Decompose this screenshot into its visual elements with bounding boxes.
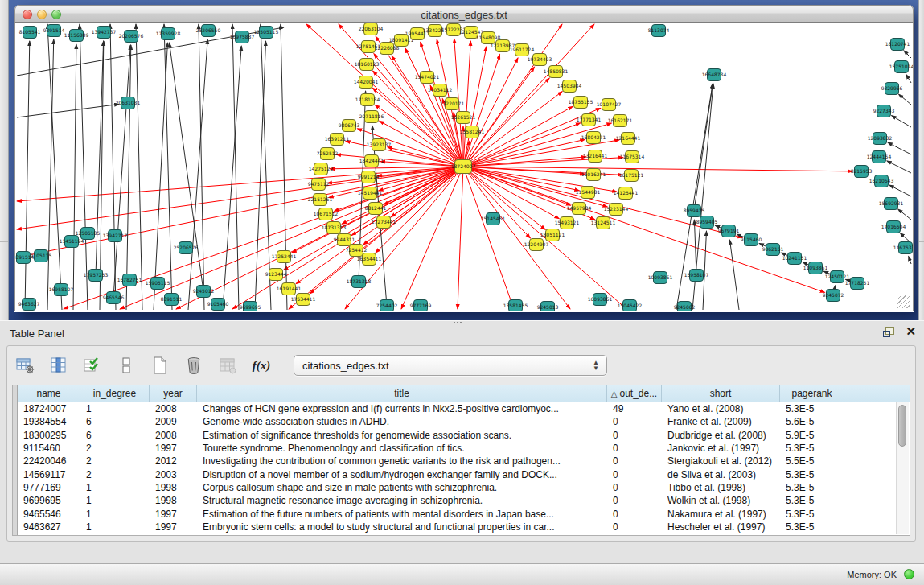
table-cell[interactable]: 0	[607, 430, 662, 441]
column-header-title[interactable]: title	[197, 385, 607, 402]
table-cell[interactable]: Jankovic et al. (1997)	[662, 443, 780, 454]
network-canvas[interactable]: 1872400722063104127514611816012314420041…	[14, 23, 914, 311]
network-node[interactable]: 16162171	[608, 115, 633, 127]
table-cell[interactable]: 6	[80, 416, 150, 427]
table-cell[interactable]: Estimation of significance thresholds fo…	[197, 430, 607, 441]
table-row[interactable]: 911546021997Tourette syndrome. Phenomeno…	[18, 442, 910, 455]
scrollbar-thumb[interactable]	[898, 405, 906, 447]
table-cell[interactable]: 5.6E-5	[780, 416, 844, 427]
table-cell[interactable]: de Silva et al. (2003)	[662, 469, 780, 480]
table-row[interactable]: 946554611997Estimation of the future num…	[18, 507, 910, 520]
network-node[interactable]: 9463627	[18, 299, 40, 311]
table-cell[interactable]: 9463627	[18, 521, 80, 533]
table-cell[interactable]: 5.3E-5	[780, 443, 844, 454]
network-node[interactable]: 11156889	[64, 30, 89, 42]
table-cell[interactable]: Genome-wide association studies in ADHD.	[197, 416, 607, 427]
column-header-out_de[interactable]: △out_de...	[607, 385, 662, 402]
table-cell[interactable]: 0	[607, 416, 662, 427]
column-header-year[interactable]: year	[150, 385, 197, 402]
network-node[interactable]: 9391514	[43, 25, 65, 37]
table-cell[interactable]: 18300295	[18, 430, 80, 441]
network-node[interactable]: 8113074	[648, 25, 670, 37]
network-node[interactable]: 10107427	[597, 99, 622, 111]
network-node[interactable]: 9245062	[674, 302, 696, 311]
network-node[interactable]: 11675314	[620, 151, 645, 163]
new-table-button[interactable]	[147, 352, 173, 378]
table-row[interactable]: 1872400712008Changes of HCN gene express…	[18, 402, 910, 415]
table-row[interactable]: 1830029562008Estimation of significance …	[18, 429, 910, 442]
column-header-in_degree[interactable]: in_degree	[80, 385, 150, 402]
network-node[interactable]: 8105541	[19, 27, 41, 39]
network-node[interactable]: 10975887	[230, 31, 255, 43]
network-node[interactable]: 15223144	[604, 204, 629, 216]
network-node[interactable]: 9777169	[410, 300, 432, 311]
network-node[interactable]: 18755155	[569, 97, 593, 109]
function-builder-button[interactable]: f(x)	[248, 352, 274, 378]
table-cell[interactable]: 0	[607, 495, 662, 506]
network-node[interactable]: 16648784	[702, 69, 727, 81]
network-node[interactable]: 9105460	[207, 299, 229, 311]
network-node[interactable]: 20206576	[119, 31, 144, 43]
network-nodes[interactable]: 1872400722063104127514611816012314420041…	[15, 23, 913, 311]
network-node[interactable]: 16175121	[619, 170, 644, 182]
network-node[interactable]: 25206576	[174, 242, 199, 254]
network-node[interactable]: 17771341	[577, 114, 602, 126]
table-cell[interactable]: Corpus callosum shape and size in male p…	[197, 482, 607, 493]
network-node[interactable]: 15751074	[889, 61, 913, 73]
network-node[interactable]: 14503984	[557, 80, 582, 93]
network-node[interactable]: 15692931	[879, 198, 904, 210]
network-node[interactable]: 18731318	[347, 276, 372, 288]
network-node[interactable]: 17016504	[881, 221, 906, 233]
network-node[interactable]: 16191441	[277, 283, 302, 295]
network-window-titlebar[interactable]: citations_edges.txt	[14, 5, 914, 23]
table-cell[interactable]: 1997	[150, 509, 197, 520]
table-cell[interactable]: 9115460	[18, 443, 80, 454]
table-settings-button[interactable]	[12, 352, 38, 378]
table-cell[interactable]: 0	[607, 443, 662, 454]
column-header-name[interactable]: name	[18, 385, 80, 402]
network-node[interactable]: 7254402	[376, 300, 398, 311]
network-node[interactable]: 13923137	[367, 139, 392, 151]
network-node[interactable]: 13942737	[92, 27, 117, 39]
network-node[interactable]: 15145451	[481, 213, 506, 225]
network-node[interactable]: 10093861	[648, 272, 673, 284]
table-cell[interactable]: Embryonic stem cells: a model to study s…	[197, 521, 607, 533]
network-node[interactable]: 9245013	[537, 302, 559, 311]
table-cell[interactable]: 1998	[150, 482, 197, 493]
network-node[interactable]: 9245072	[823, 290, 844, 302]
network-window[interactable]: citations_edges.txt 18724007220631041275…	[14, 5, 914, 312]
network-node[interactable]: 18120741	[885, 39, 910, 51]
table-cell[interactable]: 9777169	[18, 482, 80, 493]
network-node[interactable]: 7252512	[317, 148, 339, 160]
table-row[interactable]: 946362711997Embryonic stem cells: a mode…	[18, 521, 910, 534]
table-cell[interactable]: 0	[607, 509, 662, 520]
network-node[interactable]: 14125441	[614, 187, 639, 200]
table-cell[interactable]: 5.3E-5	[780, 482, 844, 493]
table-vertical-scrollbar[interactable]	[896, 402, 909, 534]
select-rows-button[interactable]	[80, 352, 105, 378]
table-cell[interactable]: 19384554	[18, 416, 80, 427]
table-cell[interactable]: 1	[80, 482, 150, 493]
table-cell[interactable]: Structural magnetic resonance image aver…	[197, 495, 607, 506]
table-cell[interactable]: 1997	[150, 443, 197, 454]
network-node[interactable]: 9806743	[339, 120, 360, 132]
network-node[interactable]: 12164441	[616, 133, 641, 145]
table-cell[interactable]: 2012	[150, 455, 197, 467]
table-cell[interactable]: 2	[80, 469, 150, 480]
network-node[interactable]: 12505115	[254, 27, 279, 39]
network-node[interactable]: 16093861	[588, 294, 613, 306]
network-node[interactable]: 20711816	[359, 111, 384, 123]
window-resize-grip[interactable]	[897, 295, 910, 308]
table-cell[interactable]: 1	[80, 495, 150, 506]
table-cell[interactable]: Tourette syndrome. Phenomenology and cla…	[197, 443, 607, 454]
network-node[interactable]: 15045422	[618, 300, 643, 311]
network-node[interactable]: 17534411	[291, 294, 316, 306]
network-node[interactable]: 9329966	[881, 83, 903, 95]
table-cell[interactable]: 0	[607, 469, 662, 480]
row-height-button[interactable]	[113, 352, 139, 378]
table-cell[interactable]: 14569117	[18, 469, 80, 480]
table-cell[interactable]: Wolkin et al. (1998)	[662, 495, 780, 506]
network-node[interactable]: 18051121	[540, 229, 565, 241]
network-node[interactable]: 11675334	[893, 242, 913, 254]
table-cell[interactable]: Tibbo et al. (1998)	[662, 482, 780, 493]
